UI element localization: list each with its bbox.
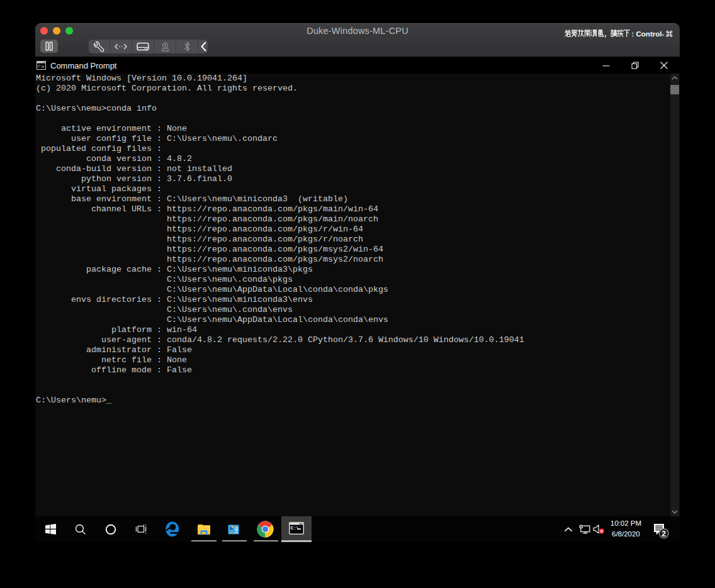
svg-text:: Control-: : Control- <box>632 30 665 37</box>
svg-text:C:\: C:\ <box>38 64 45 69</box>
svg-text:C:\: C:\ <box>290 526 299 531</box>
svg-text:2: 2 <box>662 529 666 538</box>
